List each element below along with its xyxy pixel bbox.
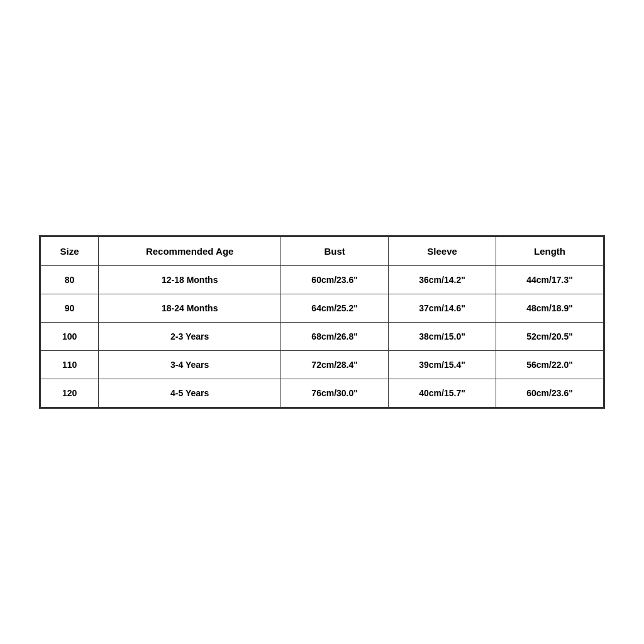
table-cell: 90 bbox=[41, 294, 99, 323]
table-header-cell: Length bbox=[496, 237, 604, 266]
table-cell: 12-18 Months bbox=[99, 266, 281, 294]
table-header-cell: Bust bbox=[281, 237, 389, 266]
table-cell: 76cm/30.0" bbox=[281, 379, 389, 408]
table-cell: 38cm/15.0" bbox=[389, 323, 496, 351]
table-cell: 39cm/15.4" bbox=[389, 351, 496, 379]
table-cell: 100 bbox=[41, 323, 99, 351]
table-cell: 4-5 Years bbox=[99, 379, 281, 408]
table-row: 8012-18 Months60cm/23.6"36cm/14.2"44cm/1… bbox=[41, 266, 604, 294]
table-cell: 3-4 Years bbox=[99, 351, 281, 379]
table-row: 1204-5 Years76cm/30.0"40cm/15.7"60cm/23.… bbox=[41, 379, 604, 408]
table-cell: 52cm/20.5" bbox=[496, 323, 604, 351]
table-header-cell: Sleeve bbox=[389, 237, 496, 266]
table-cell: 72cm/28.4" bbox=[281, 351, 389, 379]
table-cell: 37cm/14.6" bbox=[389, 294, 496, 323]
table-cell: 48cm/18.9" bbox=[496, 294, 604, 323]
table-cell: 60cm/23.6" bbox=[281, 266, 389, 294]
table-row: 1002-3 Years68cm/26.8"38cm/15.0"52cm/20.… bbox=[41, 323, 604, 351]
table-cell: 36cm/14.2" bbox=[389, 266, 496, 294]
size-chart-table: SizeRecommended AgeBustSleeveLength 8012… bbox=[40, 236, 604, 408]
size-chart-container: SizeRecommended AgeBustSleeveLength 8012… bbox=[39, 235, 605, 409]
table-cell: 2-3 Years bbox=[99, 323, 281, 351]
table-row: 1103-4 Years72cm/28.4"39cm/15.4"56cm/22.… bbox=[41, 351, 604, 379]
table-cell: 56cm/22.0" bbox=[496, 351, 604, 379]
table-header-cell: Recommended Age bbox=[99, 237, 281, 266]
table-cell: 80 bbox=[41, 266, 99, 294]
table-cell: 68cm/26.8" bbox=[281, 323, 389, 351]
table-cell: 60cm/23.6" bbox=[496, 379, 604, 408]
table-cell: 44cm/17.3" bbox=[496, 266, 604, 294]
table-cell: 120 bbox=[41, 379, 99, 408]
table-cell: 18-24 Months bbox=[99, 294, 281, 323]
table-cell: 64cm/25.2" bbox=[281, 294, 389, 323]
table-row: 9018-24 Months64cm/25.2"37cm/14.6"48cm/1… bbox=[41, 294, 604, 323]
table-cell: 110 bbox=[41, 351, 99, 379]
table-header-row: SizeRecommended AgeBustSleeveLength bbox=[41, 237, 604, 266]
table-cell: 40cm/15.7" bbox=[389, 379, 496, 408]
table-header-cell: Size bbox=[41, 237, 99, 266]
